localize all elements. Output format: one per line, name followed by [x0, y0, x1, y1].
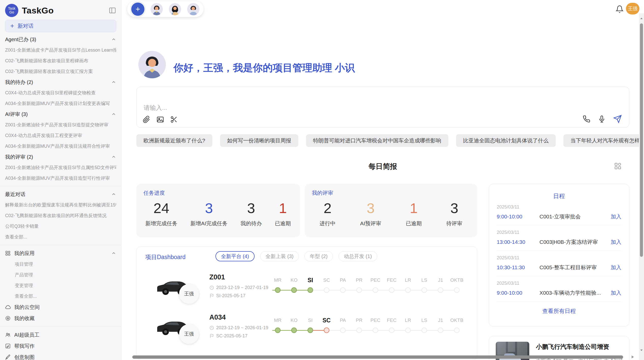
chevron-up-icon[interactable] [111, 112, 116, 117]
tab-powertrain[interactable]: 动总开发 (1) [339, 251, 377, 261]
milestone-label: OKTB [449, 317, 465, 324]
section-title: 最近对话 [5, 191, 25, 198]
logo-text-bottom: Go [9, 10, 14, 14]
stat-ai-pre-review: 3 AI预评审 [360, 201, 381, 227]
recent-chat-item[interactable]: 解释最新出台的欧盟报废车法规再生塑料比例被调至15%... [5, 200, 116, 210]
milestone-dot [421, 287, 427, 293]
stat-label: 进行中 [319, 220, 335, 227]
suggestion-chip[interactable]: 特朗普可能对进口汽车增税会对中国车企造成哪些影响 [306, 134, 448, 147]
scissors-icon[interactable] [170, 116, 178, 123]
suggestion-chip[interactable]: 欧洲新规最近颁布了什么? [136, 134, 212, 147]
sidebar-item[interactable]: Z001-全新燃油轻卡产品开发项目SI节点属性5D文件评审 [5, 162, 116, 173]
send-icon[interactable] [613, 115, 622, 123]
image-upload-icon[interactable] [156, 116, 164, 123]
add-conversation-button[interactable] [131, 3, 144, 16]
sidebar-item[interactable]: A034-全新新能源MUV产品开发项目法规符合性评审 [5, 141, 116, 152]
schedule-card: 日程 2025/03/11 9:00-10:00 C001-立项审批会 加入 2… [489, 184, 629, 326]
recent-chat-item[interactable]: C02-飞腾新能源轻客改款项目的闭环通告反馈情况 [5, 210, 116, 221]
section-header-my-todo[interactable]: 我的待办 (2) [5, 77, 116, 87]
milestone-label: LR [400, 317, 416, 324]
milestone-label: PA [335, 276, 351, 284]
suggestion-chip[interactable]: 如何写一份清晰的项目周报 [220, 134, 298, 147]
tab-new-body[interactable]: 全新上装 (3) [260, 251, 299, 261]
notification-bell-icon[interactable] [616, 5, 624, 13]
sidebar-item-creative-draw[interactable]: 创意制图 [5, 352, 116, 360]
app-item-change-mgmt[interactable]: 变更管理 [5, 280, 116, 291]
milestone-dot [389, 327, 394, 333]
horizontal-scrollbar-thumb[interactable] [132, 355, 623, 359]
microphone-icon[interactable] [598, 115, 606, 123]
milestone-dot [438, 287, 443, 293]
voice-call-icon[interactable] [583, 115, 590, 123]
project-flag-date: SC-2025-05-17 [209, 333, 247, 339]
sidebar-item[interactable]: Z001-全新燃油轻卡产品开发项目SI造型提交物评审 [5, 119, 116, 130]
project-row-z001[interactable]: 王强 Z001 2023-12-19 ~ 2027-01-19 SI-2025-… [155, 273, 470, 311]
milestone-label: LS [416, 317, 432, 324]
join-link[interactable]: 加入 [611, 238, 621, 246]
sidebar-item-help-write[interactable]: 帮我写作 [5, 340, 116, 352]
sidebar-item-my-apps[interactable]: 我的应用 [5, 248, 116, 259]
section-header-agent-done[interactable]: Agent已办 (3) [5, 34, 116, 45]
milestone-label: MR [270, 317, 286, 324]
stat-label: 已逾期 [275, 220, 291, 227]
task-progress-stats: 24 新增完成任务 3 新增AI完成任务 3 我的待办 1 已逾期 [139, 201, 297, 227]
people-icon [5, 332, 11, 338]
section-header-ai-review[interactable]: AI评审 (3) [5, 109, 116, 119]
app-item-product-mgmt[interactable]: 产品管理 [5, 269, 116, 280]
chat-input-box[interactable]: 请输入... [136, 87, 629, 128]
stat-my-todo: 3 我的待办 [240, 201, 262, 227]
milestone-dot [324, 327, 329, 333]
recent-chats-view-all[interactable]: 查看全部... [5, 232, 116, 242]
sidebar-item[interactable]: A034-全新新能源MUV产品开发项目造型可行性评审 [5, 173, 116, 184]
user-avatar[interactable]: 王强 [626, 3, 639, 14]
view-all-schedules-link[interactable]: 查看所有日程 [497, 302, 621, 321]
chevron-up-icon[interactable] [111, 192, 116, 197]
new-chat-button[interactable]: 新对话 [5, 20, 116, 32]
chevron-up-icon[interactable] [111, 80, 116, 85]
tab-model-year[interactable]: 年型 (2) [304, 251, 333, 261]
assistant-avatar-2[interactable] [169, 3, 181, 15]
milestone-dot [356, 327, 362, 333]
chevron-up-icon[interactable] [111, 37, 116, 42]
collapse-sidebar-icon[interactable] [109, 7, 116, 14]
recent-chat-item[interactable]: 公司Q3轻卡销量 [5, 221, 116, 232]
sidebar-item[interactable]: C02-飞腾新能源轻客改款项目立项汇报方案 [5, 66, 116, 77]
stat-value: 24 [145, 201, 178, 216]
sidebar-item[interactable]: Z001-全新燃油皮卡产品开发项目SI节点Lesson Learn报告 [5, 45, 116, 55]
layout-grid-icon[interactable] [614, 162, 622, 170]
dashboard-title: 项目Dashboard [145, 253, 186, 261]
sidebar-item[interactable]: A034-全新新能源MUV产品开发项目计划变更表编写 [5, 98, 116, 109]
stat-new-ai-completed: 3 新增AI完成任务 [191, 201, 228, 227]
sidebar-item-favorites[interactable]: 我的收藏 [5, 313, 116, 324]
suggestion-chip[interactable]: 当下年轻人对汽车外观有怎样的喜好趋势 [563, 134, 644, 147]
scroll-right-arrow-icon[interactable] [630, 355, 635, 359]
assistant-avatar-1[interactable] [151, 3, 163, 15]
sidebar-item-ai-employee[interactable]: AI超级员工 [5, 329, 116, 340]
join-link[interactable]: 加入 [611, 213, 621, 220]
pen-icon [5, 354, 11, 360]
clock-icon [209, 325, 214, 330]
scroll-down-arrow-icon[interactable] [640, 348, 643, 352]
apps-view-all[interactable]: 查看全部... [5, 291, 116, 302]
sidebar-item[interactable]: C02-飞腾新能源轻客改款项目里程碑画布 [5, 55, 116, 66]
join-link[interactable]: 加入 [611, 264, 621, 271]
attachment-icon[interactable] [143, 116, 150, 123]
assistant-avatar-3[interactable] [187, 3, 199, 15]
sidebar-item-cloud-space[interactable]: 我的云空间 [5, 302, 116, 313]
flag-label: SC-2025-05-17 [216, 333, 247, 339]
milestone-label: PR [351, 317, 367, 324]
join-link[interactable]: 加入 [611, 289, 621, 296]
vertical-scrollbar-thumb[interactable] [640, 23, 643, 257]
section-header-recent-chats[interactable]: 最近对话 [5, 189, 116, 200]
project-row-a034[interactable]: 王强 A034 2023-12-19 ~ 2026-01-19 SC-2025-… [155, 313, 470, 351]
chevron-up-icon[interactable] [111, 154, 116, 159]
suggestion-chip[interactable]: 比亚迪全固态电池计划具体说了什么 [456, 134, 556, 147]
sidebar-item[interactable]: C0X4-动力总成开发项目SI里程碑提交物检查 [5, 87, 116, 98]
scroll-up-arrow-icon[interactable] [640, 17, 643, 20]
app-item-project-mgmt[interactable]: 项目管理 [5, 259, 116, 269]
chevron-up-icon[interactable] [111, 251, 116, 256]
tab-new-platform[interactable]: 全新平台 (4) [215, 251, 255, 261]
milestone-dot [421, 327, 427, 333]
sidebar-item[interactable]: C0X4-动力总成开发项目工程变更评审 [5, 130, 116, 141]
section-header-my-review[interactable]: 我的评审 (2) [5, 152, 116, 162]
